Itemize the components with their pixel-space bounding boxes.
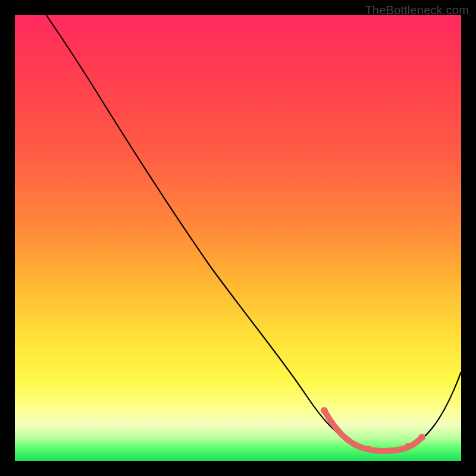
band-dot-start: [321, 407, 328, 414]
band-dot: [387, 447, 393, 453]
band-dot-end: [418, 434, 425, 441]
band-dot: [366, 446, 372, 452]
band-dot: [345, 437, 351, 443]
plot-area: [15, 15, 461, 461]
main-curve: [46, 15, 462, 452]
chart-container: TheBottleneck.com: [0, 0, 476, 476]
chart-svg: [15, 15, 461, 461]
band-dot: [405, 443, 411, 449]
